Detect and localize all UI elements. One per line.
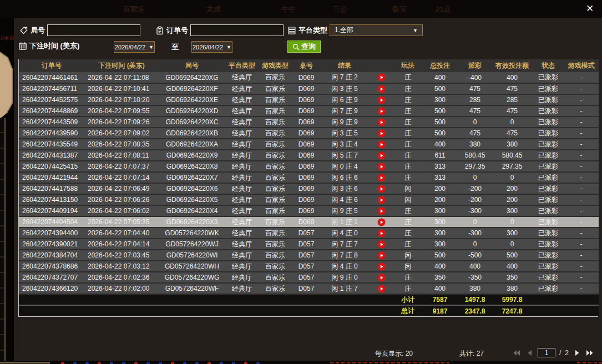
table-row[interactable]: 260422074439590 2026-04-22 07:09:02 GD06… <box>19 128 599 139</box>
cell-round-id: GD069264220XA <box>159 139 225 150</box>
table-row[interactable]: 260422074372707 2026-04-22 07:02:36 GD05… <box>19 272 599 283</box>
cell-game-mode: - <box>564 117 599 128</box>
background-bead <box>220 362 223 364</box>
round-id-input[interactable] <box>47 24 140 36</box>
table-row[interactable]: 260422074378686 2026-04-22 07:03:12 GD05… <box>19 261 599 272</box>
cell-bet-time: 2026-04-22 07:08:35 <box>84 139 159 150</box>
order-id-input[interactable] <box>190 24 284 36</box>
cell-valid-bet: 285 <box>492 94 533 105</box>
cell-round-id: GD057264220WH <box>159 261 225 272</box>
search-button[interactable]: 查询 <box>287 41 321 53</box>
play-icon[interactable] <box>377 96 386 104</box>
play-icon[interactable] <box>377 107 386 115</box>
cell-status: 已派彩 <box>533 94 564 105</box>
cell-payout: -300 <box>458 228 492 239</box>
play-icon[interactable] <box>377 274 386 282</box>
cell-order-id: 260422074448869 <box>19 105 84 117</box>
subtotal-valid: 5997.8 <box>492 294 533 305</box>
table-row[interactable]: 260422074394400 2026-04-22 07:04:40 GD05… <box>19 228 599 239</box>
cell-round-id: GD069264220X9 <box>159 150 225 161</box>
table-row[interactable]: 260422074435549 2026-04-22 07:08:35 GD06… <box>19 139 599 150</box>
play-icon[interactable] <box>377 85 386 93</box>
cell-table-number: D069 <box>292 94 321 105</box>
cell-payout: 475 <box>458 83 492 94</box>
table-row[interactable]: 260422074390021 2026-04-22 07:04:14 GD05… <box>19 239 599 250</box>
last-page-icon[interactable] <box>585 349 594 357</box>
first-page-icon[interactable] <box>512 349 521 357</box>
cell-replay <box>368 172 394 183</box>
play-icon[interactable] <box>377 229 386 237</box>
cell-status: 已派彩 <box>533 194 564 205</box>
play-icon[interactable] <box>377 174 386 182</box>
play-icon[interactable] <box>377 185 386 193</box>
background-bead <box>183 362 186 364</box>
cell-bet-time: 2026-04-22 07:02:36 <box>84 272 159 283</box>
cell-round-id: GD057264220WG <box>159 272 225 283</box>
play-icon[interactable] <box>377 251 386 260</box>
play-icon[interactable] <box>377 118 386 127</box>
date-to-select[interactable]: 2026/04/22 ▼ <box>191 41 232 53</box>
play-icon[interactable] <box>377 285 386 293</box>
cell-payout: 0 <box>458 239 492 250</box>
table-row[interactable]: 260422074425415 2026-04-22 07:07:37 GD06… <box>19 161 599 172</box>
table-row[interactable]: 260422074431387 2026-04-22 07:08:11 GD06… <box>19 150 599 161</box>
total-count-label: 共计: <box>459 350 474 357</box>
table-row[interactable]: 260422074384704 2026-04-22 07:03:45 GD05… <box>19 250 599 261</box>
cell-payout: -350 <box>458 272 492 283</box>
cell-game-mode: - <box>564 94 599 105</box>
table-row[interactable]: 260422074421944 2026-04-22 07:07:14 GD06… <box>19 172 599 183</box>
play-icon[interactable] <box>377 163 386 171</box>
play-icon[interactable] <box>377 218 386 226</box>
cell-valid-bet: 475 <box>492 105 533 117</box>
table-row[interactable]: 260422074443509 2026-04-22 07:09:26 GD06… <box>19 117 599 128</box>
table-row[interactable]: 260422074417588 2026-04-22 07:06:49 GD06… <box>19 183 599 194</box>
cell-game-mode: - <box>564 139 599 150</box>
background-dashes <box>577 362 602 363</box>
cell-total-bet: 313 <box>422 172 458 183</box>
cell-platform-type: 经典厅 <box>225 250 259 261</box>
cell-bet-time: 2026-04-22 07:03:12 <box>84 261 159 272</box>
cell-result: 闲 9 庄 9 <box>321 117 368 128</box>
cell-play-type: 庄 <box>394 216 422 228</box>
play-icon[interactable] <box>377 129 386 138</box>
prev-page-icon[interactable] <box>525 349 534 357</box>
cell-order-id: 260422074378686 <box>19 261 84 272</box>
play-icon[interactable] <box>377 262 386 271</box>
date-from-select[interactable]: 2026/04/22 ▼ <box>114 41 155 53</box>
play-icon[interactable] <box>377 73 386 82</box>
cell-order-id: 260422074390021 <box>19 239 84 250</box>
platform-type-label: 平台类型 <box>299 26 327 36</box>
table-row[interactable]: 260422074452575 2026-04-22 07:10:20 GD06… <box>19 94 599 105</box>
cell-total-bet: 300 <box>422 205 458 216</box>
cell-play-type: 庄 <box>394 117 422 128</box>
table-row[interactable]: 260422074366120 2026-04-22 07:02:00 GD05… <box>19 283 599 294</box>
play-icon[interactable] <box>377 151 386 160</box>
play-icon[interactable] <box>377 140 386 149</box>
table-row[interactable]: 260422074413150 2026-04-22 07:06:26 GD06… <box>19 194 599 205</box>
table-row[interactable]: 260422074461461 2026-04-22 07:11:08 GD06… <box>19 72 599 83</box>
play-icon[interactable] <box>377 240 386 249</box>
cell-table-number: D057 <box>292 272 321 283</box>
cell-play-type: 闲 <box>394 183 422 194</box>
page-number-input[interactable] <box>538 348 555 357</box>
column-header: 游戏类型 <box>259 59 292 72</box>
next-page-icon[interactable] <box>573 349 581 357</box>
table-row[interactable]: 260422074409194 2026-04-22 07:06:02 GD06… <box>19 205 599 216</box>
play-icon[interactable] <box>377 207 386 215</box>
cell-status: 已派彩 <box>533 128 564 139</box>
close-icon[interactable]: ✕ <box>584 3 595 14</box>
cell-valid-bet: 350 <box>492 272 533 283</box>
table-row[interactable]: 260422074456711 2026-04-22 07:10:41 GD06… <box>19 83 599 94</box>
cell-total-bet: 500 <box>422 83 458 94</box>
table-row[interactable]: 260422074448869 2026-04-22 07:09:55 GD06… <box>19 105 599 117</box>
background-bead <box>244 362 247 364</box>
cell-play-type: 庄 <box>394 205 422 216</box>
platform-type-select[interactable]: 1.全部 ▼ <box>330 24 423 36</box>
cell-result: 闲 9 庄 0 <box>321 272 368 283</box>
play-icon[interactable] <box>377 196 386 204</box>
table-row[interactable]: 260422074404504 2026-04-22 07:05:35 GD06… <box>19 216 599 228</box>
cell-game-mode: - <box>564 161 599 172</box>
cell-round-id: GD069264220X3 <box>159 216 225 228</box>
cell-bet-time: 2026-04-22 07:10:20 <box>84 94 159 105</box>
cell-game-type: 百家乐 <box>259 194 292 205</box>
